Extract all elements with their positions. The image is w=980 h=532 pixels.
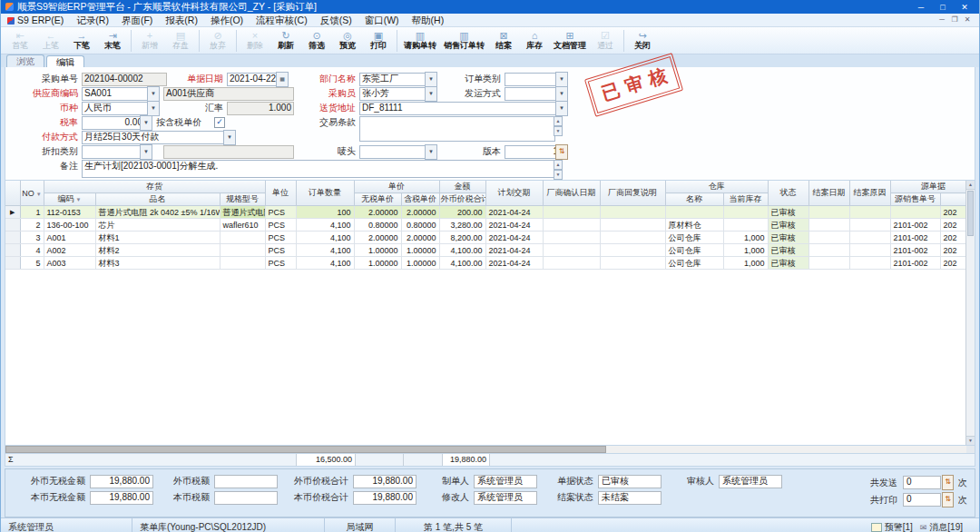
- cell-src2[interactable]: 202: [940, 244, 965, 257]
- doc-date-calendar-icon[interactable]: ▦: [276, 72, 289, 87]
- print-counter-value[interactable]: 0: [903, 493, 941, 507]
- delivery-addr-field[interactable]: DF_81111: [359, 102, 561, 115]
- cell-stock[interactable]: 1,000: [723, 257, 768, 270]
- close-icon[interactable]: ✕: [954, 1, 975, 14]
- cell-code[interactable]: A003: [44, 257, 95, 270]
- tax-rate-field[interactable]: 0.00: [82, 116, 145, 130]
- table-row[interactable]: 2136-00-100芯片wafler610PCS4,1000.800000.8…: [5, 219, 965, 232]
- cell-close_date[interactable]: [808, 244, 849, 257]
- cell-close_date[interactable]: [808, 257, 849, 270]
- cell-due[interactable]: 2021-04-24: [485, 206, 543, 219]
- cell-qty[interactable]: 100: [296, 206, 354, 219]
- alert-icon[interactable]: [871, 523, 882, 532]
- cell-due[interactable]: 2021-04-24: [485, 219, 543, 232]
- order-type-field[interactable]: [505, 73, 561, 86]
- cell-stock[interactable]: 1,000: [723, 232, 768, 244]
- menu-item-3[interactable]: 界面(F): [115, 14, 159, 26]
- cell-wh[interactable]: 公司仓库: [665, 232, 723, 244]
- cell-amt[interactable]: 8,200.00: [439, 232, 485, 244]
- dept-field[interactable]: 东莞工厂: [359, 73, 430, 86]
- cell-unit[interactable]: PCS: [265, 244, 296, 257]
- cell-confirm[interactable]: [543, 232, 600, 244]
- ship-method-dropdown-icon[interactable]: ▼: [555, 86, 568, 102]
- col-group-inventory[interactable]: 存货: [44, 181, 265, 193]
- summary-value-本币税额[interactable]: [214, 491, 278, 505]
- cell-status[interactable]: 已审核: [768, 244, 808, 257]
- cell-stock[interactable]: 1,000: [723, 244, 768, 257]
- cell-confirm[interactable]: [543, 257, 600, 270]
- cell-wh[interactable]: [665, 206, 723, 219]
- trade-terms-field[interactable]: [359, 116, 555, 142]
- remark-scroll[interactable]: ▲▼: [554, 160, 563, 180]
- table-row[interactable]: ▶1112-0153普通片式电阻 2k 0402 ±5% 1/16W普通片式电阻…: [5, 206, 965, 219]
- cell-wh[interactable]: 公司仓库: [665, 244, 723, 257]
- summary-value-结案状态[interactable]: 未结案: [598, 491, 662, 505]
- version-spinner[interactable]: ⇅: [555, 144, 568, 160]
- menu-item-4[interactable]: 报表(R): [159, 14, 204, 26]
- col-header-close-reason[interactable]: 结案原因: [849, 181, 890, 206]
- cell-confirm[interactable]: [543, 244, 600, 257]
- cell-price1[interactable]: 1.00000: [354, 244, 401, 257]
- cell-spec[interactable]: 普通片式电阻...: [220, 206, 265, 219]
- col-header-status[interactable]: 状态: [768, 181, 808, 206]
- cell-price1[interactable]: 2.00000: [354, 232, 401, 244]
- cell-amt[interactable]: 4,100.00: [439, 244, 485, 257]
- buyer-field[interactable]: 张小芳: [359, 87, 430, 101]
- summary-value-外币无税金额[interactable]: 19,880.00: [90, 475, 153, 488]
- toolbar-button-库存[interactable]: ⌂库存: [519, 28, 550, 54]
- toolbar-button-请购单转[interactable]: ▥请购单转: [400, 28, 440, 54]
- col-group-warehouse[interactable]: 仓库: [665, 181, 768, 193]
- cell-close_reason[interactable]: [849, 219, 890, 232]
- supplier-code-dropdown-icon[interactable]: ▼: [147, 86, 160, 102]
- cell-status[interactable]: 已审核: [768, 206, 808, 219]
- col-header-spec[interactable]: 规格型号: [220, 193, 265, 206]
- col-header-code[interactable]: 编码▼: [44, 193, 95, 206]
- send-counter-spinner[interactable]: ⇅: [942, 475, 954, 490]
- cell-price2[interactable]: 1.00000: [401, 257, 439, 270]
- cell-reply[interactable]: [600, 219, 665, 232]
- menu-item-6[interactable]: 流程审核(C): [250, 14, 314, 26]
- cell-close_date[interactable]: [808, 206, 849, 219]
- cell-name[interactable]: 芯片: [95, 219, 220, 232]
- cell-unit[interactable]: PCS: [265, 219, 296, 232]
- delivery-addr-dropdown-icon[interactable]: ▼: [555, 101, 568, 116]
- menu-item-8[interactable]: 窗口(W): [358, 14, 406, 26]
- payment-field[interactable]: 月结25日30天付款: [82, 131, 229, 144]
- cell-reply[interactable]: [600, 206, 665, 219]
- maximize-icon[interactable]: □: [932, 1, 954, 14]
- table-row[interactable]: 3A001材料1PCS4,1002.000002.000008,200.0020…: [5, 232, 965, 244]
- summary-value-外币税额[interactable]: [214, 475, 278, 488]
- summary-value-本币无税金额[interactable]: 19,880.00: [90, 491, 153, 505]
- version-field[interactable]: 1: [505, 145, 561, 159]
- col-header-name[interactable]: 品名: [95, 193, 220, 206]
- tax-rate-dropdown-icon[interactable]: ▼: [140, 115, 152, 131]
- menu-item-9[interactable]: 帮助(H): [406, 14, 451, 26]
- cell-src_no[interactable]: [890, 206, 940, 219]
- cell-src2[interactable]: 202: [940, 232, 965, 244]
- cell-close_reason[interactable]: [849, 206, 890, 219]
- cell-name[interactable]: 普通片式电阻 2k 0402 ±5% 1/16W: [95, 206, 220, 219]
- cell-close_date[interactable]: [808, 232, 849, 244]
- cell-src_no[interactable]: 2101-002: [890, 232, 940, 244]
- cell-confirm[interactable]: [543, 206, 600, 219]
- cell-src_no[interactable]: 2101-002: [890, 219, 940, 232]
- horizontal-scrollbar[interactable]: [5, 446, 975, 454]
- supplier-code-field[interactable]: SA001: [82, 87, 152, 101]
- minimize-icon[interactable]: ─: [910, 1, 932, 14]
- po-no-field[interactable]: 202104-00002: [82, 73, 167, 86]
- message-icon[interactable]: ✉: [920, 523, 927, 532]
- cell-code[interactable]: A002: [44, 244, 95, 257]
- cell-amt[interactable]: 4,100.00: [439, 257, 485, 270]
- cell-src2[interactable]: 202: [940, 206, 965, 219]
- cell-price2[interactable]: 1.00000: [401, 244, 439, 257]
- order-type-dropdown-icon[interactable]: ▼: [555, 72, 568, 87]
- summary-value-修改人[interactable]: 系统管理员: [474, 491, 537, 505]
- col-header-close-date[interactable]: 结案日期: [808, 181, 849, 206]
- status-messages[interactable]: 消息[19]: [929, 521, 963, 532]
- toolbar-button-关闭[interactable]: ↪关闭: [627, 28, 658, 54]
- cell-no[interactable]: 3: [20, 232, 44, 244]
- cell-wh[interactable]: 原材料仓: [665, 219, 723, 232]
- cell-price2[interactable]: 2.00000: [401, 206, 439, 219]
- cell-price1[interactable]: 2.00000: [354, 206, 401, 219]
- cell-amt[interactable]: 3,280.00: [439, 219, 485, 232]
